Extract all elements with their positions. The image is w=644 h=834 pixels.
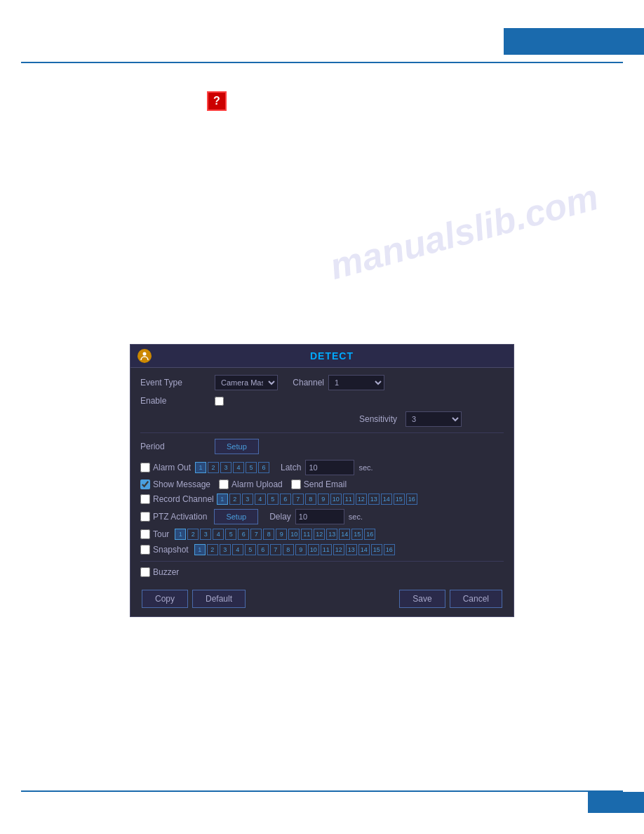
alarm-ch-6[interactable]: 6 xyxy=(258,462,269,473)
ptz-setup-button[interactable]: Setup xyxy=(214,509,258,524)
rec-ch-16[interactable]: 16 xyxy=(406,494,417,505)
snap-ch-13[interactable]: 13 xyxy=(346,544,357,555)
rec-ch-12[interactable]: 12 xyxy=(356,494,367,505)
snap-ch-12[interactable]: 12 xyxy=(333,544,344,555)
show-message-checkbox[interactable] xyxy=(140,479,150,489)
divider-2 xyxy=(140,561,504,562)
tour-ch-16[interactable]: 16 xyxy=(364,529,375,540)
rec-ch-4[interactable]: 4 xyxy=(255,494,266,505)
alarm-upload-checkbox[interactable] xyxy=(219,479,229,489)
snap-ch-6[interactable]: 6 xyxy=(257,544,269,555)
tour-ch-7[interactable]: 7 xyxy=(250,529,262,540)
watermark: manualslib.com xyxy=(326,176,603,288)
snap-ch-15[interactable]: 15 xyxy=(371,544,382,555)
rec-ch-1[interactable]: 1 xyxy=(217,494,228,505)
tour-ch-9[interactable]: 9 xyxy=(276,529,287,540)
detect-dialog: DETECT Event Type Camera Maski Motion De… xyxy=(130,344,514,617)
record-channel-checkbox[interactable] xyxy=(140,494,150,504)
send-email-checkbox[interactable] xyxy=(291,479,301,489)
tour-ch-8[interactable]: 8 xyxy=(263,529,274,540)
copy-button[interactable]: Copy xyxy=(142,590,188,608)
top-bar xyxy=(504,28,644,55)
rec-ch-5[interactable]: 5 xyxy=(267,494,279,505)
tour-checkbox-label[interactable]: Tour xyxy=(140,529,169,539)
alarm-out-channels: 1 2 3 4 5 6 xyxy=(195,462,269,473)
alarm-ch-1[interactable]: 1 xyxy=(195,462,206,473)
snap-ch-7[interactable]: 7 xyxy=(270,544,281,555)
top-rule xyxy=(21,62,623,63)
ptz-activation-checkbox[interactable] xyxy=(140,512,150,522)
buzzer-checkbox[interactable] xyxy=(140,567,150,577)
buzzer-text: Buzzer xyxy=(153,567,179,577)
ptz-activation-text: PTZ Activation xyxy=(153,512,207,522)
tour-ch-13[interactable]: 13 xyxy=(326,529,337,540)
sensitivity-select[interactable]: 123 456 xyxy=(405,411,462,427)
snap-ch-3[interactable]: 3 xyxy=(220,544,231,555)
tour-ch-1[interactable]: 1 xyxy=(175,529,186,540)
tour-ch-14[interactable]: 14 xyxy=(339,529,350,540)
tour-ch-4[interactable]: 4 xyxy=(213,529,224,540)
tour-ch-2[interactable]: 2 xyxy=(187,529,199,540)
tour-checkbox[interactable] xyxy=(140,529,150,539)
alarm-ch-5[interactable]: 5 xyxy=(246,462,257,473)
rec-ch-2[interactable]: 2 xyxy=(229,494,241,505)
enable-checkbox[interactable] xyxy=(215,397,224,406)
tour-channels: 1 2 3 4 5 6 7 8 9 10 11 12 13 14 15 16 xyxy=(175,529,375,540)
tour-ch-5[interactable]: 5 xyxy=(225,529,236,540)
snap-ch-16[interactable]: 16 xyxy=(384,544,395,555)
send-email-text: Send Email xyxy=(304,479,347,489)
cancel-button[interactable]: Cancel xyxy=(450,590,502,608)
record-channels: 1 2 3 4 5 6 7 8 9 10 11 12 13 14 15 16 xyxy=(217,494,417,505)
ptz-activation-label[interactable]: PTZ Activation xyxy=(140,512,207,522)
event-type-select[interactable]: Camera Maski Motion Detect Video Loss xyxy=(215,375,278,390)
buzzer-checkbox-label[interactable]: Buzzer xyxy=(140,567,179,577)
snap-ch-11[interactable]: 11 xyxy=(321,544,332,555)
rec-ch-9[interactable]: 9 xyxy=(318,494,329,505)
rec-ch-7[interactable]: 7 xyxy=(293,494,304,505)
alarm-ch-2[interactable]: 2 xyxy=(208,462,219,473)
delay-input[interactable] xyxy=(295,509,344,524)
snap-ch-4[interactable]: 4 xyxy=(232,544,243,555)
rec-ch-8[interactable]: 8 xyxy=(305,494,316,505)
rec-ch-15[interactable]: 15 xyxy=(394,494,405,505)
alarm-ch-3[interactable]: 3 xyxy=(220,462,232,473)
tour-ch-15[interactable]: 15 xyxy=(351,529,363,540)
rec-ch-3[interactable]: 3 xyxy=(242,494,253,505)
period-setup-button[interactable]: Setup xyxy=(215,439,259,454)
record-channel-row: Record Channel 1 2 3 4 5 6 7 8 9 10 11 1… xyxy=(140,494,504,505)
snap-ch-5[interactable]: 5 xyxy=(245,544,256,555)
alarm-out-checkbox[interactable] xyxy=(140,463,150,472)
snap-ch-14[interactable]: 14 xyxy=(358,544,370,555)
tour-ch-11[interactable]: 11 xyxy=(301,529,312,540)
snap-ch-9[interactable]: 9 xyxy=(295,544,307,555)
rec-ch-11[interactable]: 11 xyxy=(343,494,354,505)
snapshot-checkbox[interactable] xyxy=(140,545,150,555)
tour-ch-12[interactable]: 12 xyxy=(314,529,325,540)
right-buttons: Save Cancel xyxy=(399,590,502,608)
tour-ch-10[interactable]: 10 xyxy=(288,529,300,540)
alarm-upload-label[interactable]: Alarm Upload xyxy=(219,479,283,489)
snap-ch-1[interactable]: 1 xyxy=(194,544,206,555)
latch-input[interactable] xyxy=(305,460,354,475)
rec-ch-10[interactable]: 10 xyxy=(330,494,342,505)
event-type-label: Event Type xyxy=(140,378,210,388)
snap-ch-2[interactable]: 2 xyxy=(207,544,218,555)
snapshot-checkbox-label[interactable]: Snapshot xyxy=(140,545,189,555)
channel-select[interactable]: 1234 5678 9101112 13141516 xyxy=(328,375,384,390)
snap-ch-8[interactable]: 8 xyxy=(283,544,294,555)
default-button[interactable]: Default xyxy=(192,590,246,608)
svg-point-0 xyxy=(143,352,147,356)
rec-ch-6[interactable]: 6 xyxy=(280,494,291,505)
snap-ch-10[interactable]: 10 xyxy=(308,544,319,555)
save-button[interactable]: Save xyxy=(399,590,445,608)
tour-ch-6[interactable]: 6 xyxy=(238,529,249,540)
alarm-out-checkbox-label[interactable]: Alarm Out xyxy=(140,463,191,472)
show-message-label[interactable]: Show Message xyxy=(140,479,210,489)
enable-row: Enable xyxy=(140,396,504,406)
rec-ch-13[interactable]: 13 xyxy=(368,494,380,505)
tour-ch-3[interactable]: 3 xyxy=(200,529,211,540)
alarm-ch-4[interactable]: 4 xyxy=(233,462,244,473)
send-email-label[interactable]: Send Email xyxy=(291,479,347,489)
record-channel-label[interactable]: Record Channel xyxy=(140,494,214,504)
rec-ch-14[interactable]: 14 xyxy=(381,494,392,505)
